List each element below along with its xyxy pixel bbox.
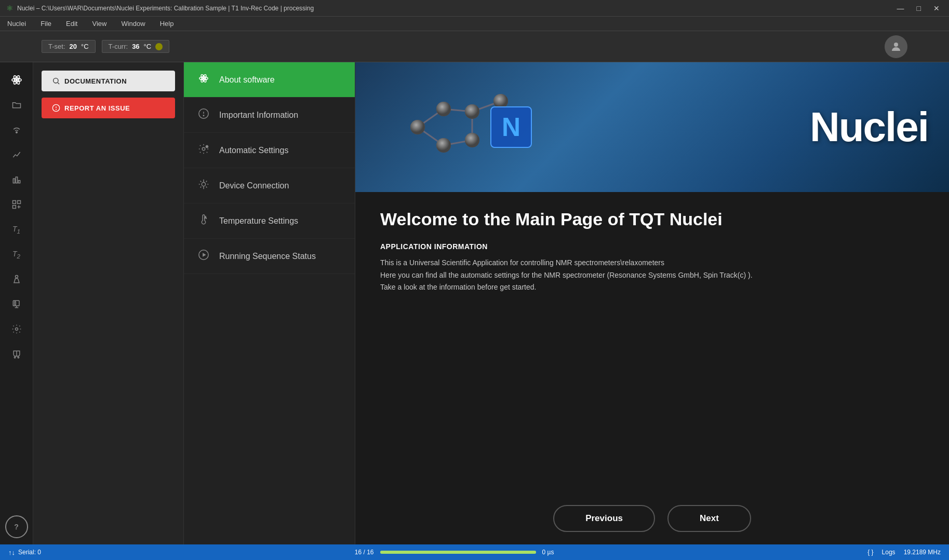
svg-point-32 bbox=[203, 115, 204, 116]
automatic-icon: + bbox=[196, 143, 211, 157]
statusbar-right: { } Logs 19.2189 MHz bbox=[867, 549, 941, 556]
svg-point-4 bbox=[16, 79, 18, 81]
sidebar-item-grid-plus[interactable] bbox=[5, 193, 28, 216]
menu-item-automatic[interactable]: + Automatic Settings bbox=[184, 133, 355, 168]
menu-help[interactable]: Help bbox=[157, 19, 177, 29]
sidebar-item-help[interactable]: ? bbox=[5, 515, 28, 538]
svg-rect-16 bbox=[14, 302, 15, 305]
tset-display: T-set: 20 °C bbox=[42, 40, 96, 53]
menubar: Nuclei File Edit View Window Help bbox=[0, 17, 949, 31]
svg-point-14 bbox=[15, 276, 18, 278]
svg-point-54 bbox=[436, 138, 451, 153]
progress-bar-fill bbox=[380, 551, 536, 554]
report-issue-button[interactable]: REPORT AN ISSUE bbox=[42, 98, 175, 118]
sidebar-item-atom[interactable] bbox=[5, 69, 28, 91]
menu-edit[interactable]: Edit bbox=[63, 19, 81, 29]
menu-item-device[interactable]: Device Connection bbox=[184, 168, 355, 203]
sidebar-item-device[interactable] bbox=[5, 293, 28, 316]
app-info-line2: Here you can find all the automatic sett… bbox=[380, 269, 924, 282]
sidebar-item-t2[interactable]: T2 bbox=[5, 243, 28, 266]
tempbar: T-set: 20 °C T-curr: 36 °C bbox=[0, 31, 949, 62]
progress-text: 16 / 16 bbox=[355, 549, 374, 556]
svg-rect-7 bbox=[16, 177, 17, 183]
hero-image: N Nuclei bbox=[355, 62, 949, 192]
documentation-button[interactable]: DOCUMENTATION bbox=[42, 71, 175, 91]
temperature-icon: A bbox=[196, 214, 211, 228]
previous-button[interactable]: Previous bbox=[553, 505, 655, 532]
sidebar-item-settings[interactable] bbox=[5, 318, 28, 340]
svg-marker-39 bbox=[203, 253, 206, 256]
maximize-button[interactable]: □ bbox=[914, 3, 924, 13]
content-area: N Nuclei Welcome to the Main Page of TQT… bbox=[355, 62, 949, 544]
statusbar: ↑↓ Serial: 0 16 / 16 0 µs { } Logs 19.21… bbox=[0, 544, 949, 560]
app-icon: ⚛ bbox=[6, 4, 13, 13]
hero-n-box: N bbox=[490, 106, 532, 148]
sidebar-item-stroller[interactable] bbox=[5, 343, 28, 365]
sidebar-item-bar-chart[interactable] bbox=[5, 168, 28, 191]
menu-item-automatic-label: Automatic Settings bbox=[219, 146, 288, 155]
important-icon bbox=[196, 108, 211, 122]
close-button[interactable]: ✕ bbox=[930, 3, 943, 13]
hero-title: Nuclei bbox=[810, 103, 928, 151]
main-layout: T1 T2 bbox=[0, 62, 949, 544]
svg-point-19 bbox=[18, 357, 19, 358]
svg-point-21 bbox=[54, 78, 58, 83]
tset-unit: °C bbox=[81, 43, 89, 50]
about-icon bbox=[196, 73, 211, 87]
menu-item-about[interactable]: About software bbox=[184, 62, 355, 98]
menu-item-important[interactable]: Important Information bbox=[184, 98, 355, 133]
svg-point-56 bbox=[465, 133, 479, 147]
titlebar-title: Nuclei – C:\Users\WAR\Documents\Nuclei E… bbox=[17, 5, 314, 12]
titlebar-controls[interactable]: — □ ✕ bbox=[894, 3, 943, 13]
tset-label: T-set: bbox=[48, 43, 65, 50]
menu-view[interactable]: View bbox=[89, 19, 110, 29]
menu-file[interactable]: File bbox=[37, 19, 55, 29]
statusbar-serial: ↑↓ Serial: 0 bbox=[8, 549, 41, 556]
svg-rect-8 bbox=[18, 181, 20, 183]
svg-point-5 bbox=[16, 132, 17, 133]
sidebar-item-wireless[interactable] bbox=[5, 118, 28, 141]
svg-point-29 bbox=[203, 77, 205, 79]
menu-item-temperature-label: Temperature Settings bbox=[219, 216, 298, 226]
sidebar-item-chart[interactable] bbox=[5, 143, 28, 166]
app-info-text: This is a Universal Scientific Applicati… bbox=[380, 257, 924, 294]
menu-window[interactable]: Window bbox=[118, 19, 148, 29]
menu-item-running[interactable]: Running Sequence Status bbox=[184, 239, 355, 274]
tcurr-unit: °C bbox=[144, 43, 152, 50]
next-button[interactable]: Next bbox=[667, 505, 751, 532]
user-avatar[interactable] bbox=[885, 35, 907, 58]
icon-sidebar: T1 T2 bbox=[0, 62, 33, 544]
sidebar-item-folder[interactable] bbox=[5, 93, 28, 116]
welcome-title: Welcome to the Main Page of TQT Nuclei bbox=[380, 209, 924, 230]
svg-point-25 bbox=[56, 109, 57, 110]
svg-point-33 bbox=[202, 147, 205, 151]
app-info-heading: APPLICATION INFORMATION bbox=[380, 242, 924, 251]
minimize-button[interactable]: — bbox=[894, 3, 907, 13]
svg-point-17 bbox=[15, 328, 18, 331]
menu-nuclei[interactable]: Nuclei bbox=[4, 19, 29, 29]
braces-icon: { } bbox=[867, 549, 873, 556]
temp-indicator bbox=[155, 43, 163, 50]
running-icon bbox=[196, 249, 211, 263]
nav-sidebar: DOCUMENTATION REPORT AN ISSUE bbox=[33, 62, 184, 544]
svg-point-53 bbox=[436, 102, 451, 116]
nav-buttons: Previous Next bbox=[355, 495, 949, 544]
svg-rect-11 bbox=[12, 206, 16, 209]
tset-value: 20 bbox=[70, 43, 77, 50]
svg-point-0 bbox=[894, 43, 898, 47]
menu-item-about-label: About software bbox=[219, 75, 275, 85]
svg-rect-10 bbox=[17, 201, 20, 204]
statusbar-progress: 16 / 16 0 µs bbox=[54, 549, 855, 556]
progress-bar-container bbox=[380, 551, 536, 554]
sidebar-item-person[interactable] bbox=[5, 268, 28, 291]
svg-text:+: + bbox=[206, 145, 208, 148]
serial-arrows: ↑↓ bbox=[8, 549, 15, 556]
sidebar-item-t1[interactable]: T1 bbox=[5, 218, 28, 241]
titlebar: ⚛ Nuclei – C:\Users\WAR\Documents\Nuclei… bbox=[0, 0, 949, 17]
svg-point-18 bbox=[14, 357, 16, 358]
time-label: 0 µs bbox=[542, 549, 554, 556]
device-icon bbox=[196, 179, 211, 193]
menu-item-temperature[interactable]: A Temperature Settings bbox=[184, 203, 355, 239]
tcurr-label: T-curr: bbox=[109, 43, 128, 50]
svg-rect-6 bbox=[13, 179, 15, 183]
